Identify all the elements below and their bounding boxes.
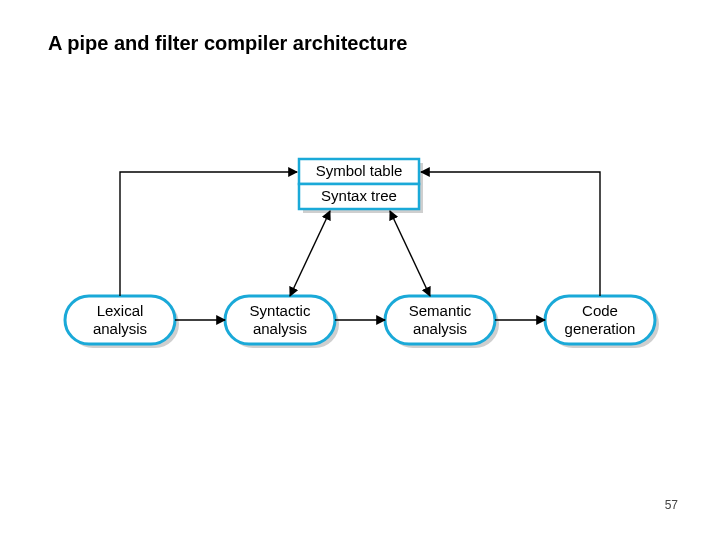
syntactic-label-2: analysis — [253, 320, 307, 337]
page-title: A pipe and filter compiler architecture — [48, 32, 407, 55]
semantic-label-2: analysis — [413, 320, 467, 337]
lexical-label-1: Lexical — [97, 302, 144, 319]
compiler-diagram: Symbol table Syntax tree Lexical analysi… — [60, 150, 660, 380]
codegen-label-2: generation — [565, 320, 636, 337]
page-number: 57 — [665, 498, 678, 512]
arrow-lexical-shared — [120, 172, 297, 296]
symbol-table-label: Symbol table — [316, 162, 403, 179]
syntactic-label-1: Syntactic — [250, 302, 311, 319]
arrow-codegen-shared — [421, 172, 600, 296]
codegen-label-1: Code — [582, 302, 618, 319]
arrow-syntactic-shared — [290, 211, 330, 296]
lexical-label-2: analysis — [93, 320, 147, 337]
semantic-label-1: Semantic — [409, 302, 472, 319]
syntax-tree-label: Syntax tree — [321, 187, 397, 204]
arrow-semantic-shared — [390, 211, 430, 296]
